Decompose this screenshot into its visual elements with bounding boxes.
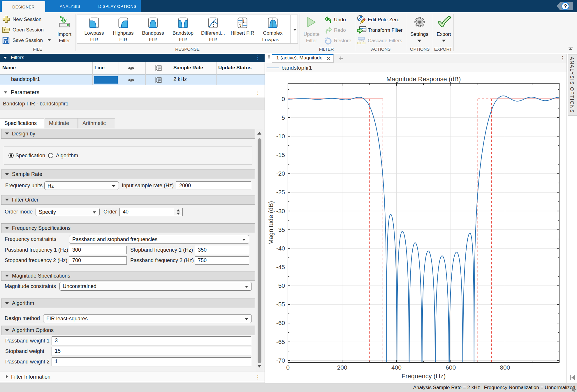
svg-text:-20: -20 (276, 170, 285, 177)
svg-text:0: 0 (286, 364, 290, 371)
svg-text:-60: -60 (276, 319, 285, 326)
svg-text:-15: -15 (276, 151, 285, 158)
svg-text:200: 200 (337, 364, 347, 371)
svg-text:Magnitude (dB): Magnitude (dB) (267, 201, 275, 245)
svg-text:800: 800 (500, 364, 510, 371)
svg-text:Frequency (Hz): Frequency (Hz) (402, 372, 446, 380)
svg-text:-45: -45 (276, 264, 285, 270)
svg-text:-65: -65 (276, 338, 285, 345)
svg-text:600: 600 (446, 364, 456, 371)
svg-text:-35: -35 (276, 226, 285, 233)
svg-text:400: 400 (391, 364, 402, 371)
svg-text:-25: -25 (276, 189, 285, 195)
svg-text:-j: -j (239, 22, 242, 27)
svg-text:-50: -50 (276, 282, 285, 289)
svg-text:?: ? (564, 3, 567, 9)
svg-text:j: j (243, 18, 244, 23)
svg-text:-70: -70 (276, 357, 285, 364)
svg-text:0: 0 (282, 96, 285, 102)
svg-text:-10: -10 (276, 133, 285, 140)
svg-text:-55: -55 (276, 301, 285, 308)
svg-text:-5: -5 (279, 114, 285, 121)
svg-text:-30: -30 (276, 208, 285, 214)
svg-text:Magnitude Response (dB): Magnitude Response (dB) (386, 75, 461, 83)
svg-text:-40: -40 (276, 245, 285, 252)
